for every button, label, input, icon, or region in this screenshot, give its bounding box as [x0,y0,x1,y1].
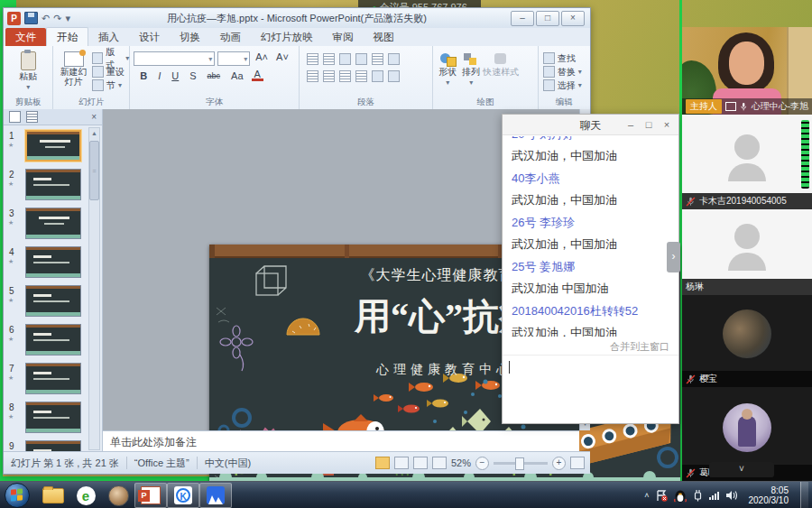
participant-tile-3[interactable]: 樱宝 [682,295,812,387]
slide-thumb-3[interactable]: 3★ [4,205,88,244]
qq-penguin-icon[interactable] [674,489,687,503]
shadow-button[interactable]: S [187,70,198,81]
bullets-icon[interactable] [307,53,318,65]
taskbar-clock[interactable]: 8:05 2020/3/10 [743,485,795,505]
participant-tile-1[interactable]: 卡木吉201940054005 [682,115,812,209]
numbering-icon[interactable] [323,53,335,65]
layout-button[interactable]: 版式▾ [92,51,129,65]
smartart-convert-icon[interactable] [388,70,400,82]
merge-to-main-window-link[interactable]: 合并到主窗口 [610,340,669,354]
tab-home[interactable]: 开始 [46,27,88,46]
chat-minimize-button[interactable]: – [623,118,639,131]
font-color-button[interactable]: A [252,69,263,81]
slide-thumb-1[interactable]: 1★ [4,127,88,166]
align-left-icon[interactable] [307,70,318,82]
participant-name: 杨琳 [686,281,704,293]
taskbar-meeting-app[interactable] [199,483,232,508]
taskbar-photo-app[interactable] [102,483,134,508]
decrease-indent-icon[interactable] [339,53,351,65]
align-center-icon[interactable] [323,70,335,82]
grow-font-button[interactable]: A˄ [253,51,271,66]
tab-animations[interactable]: 动画 [210,28,251,46]
show-desktop-button[interactable] [800,482,808,508]
shrink-font-button[interactable]: A˅ [273,51,291,66]
bold-button[interactable]: B [137,70,150,81]
tab-review[interactable]: 审阅 [323,28,364,46]
power-plug-icon[interactable] [693,489,703,502]
slide-thumb-5[interactable]: 5★ [4,282,88,321]
tab-insert[interactable]: 插入 [88,28,129,46]
minimize-button[interactable]: – [511,11,534,26]
align-right-icon[interactable] [339,70,351,82]
replace-button[interactable]: 替换▾ [543,65,590,79]
participant-tile-2[interactable]: 杨琳 [682,209,812,295]
increase-indent-icon[interactable] [355,53,367,65]
reset-button[interactable]: 重设 [92,65,129,79]
paste-button[interactable]: 粘贴 ▾ [4,51,52,91]
scrollbar-thumb[interactable]: = [89,141,99,200]
chat-input-area[interactable] [503,355,678,423]
notes-pane[interactable]: 单击此处添加备注 [103,430,579,452]
taskbar-powerpoint[interactable]: P [134,483,167,508]
host-video-tile[interactable]: 主持人 心理中心-李旭 [682,27,812,115]
zoom-slider[interactable] [494,462,548,465]
action-center-flag-icon[interactable] [656,490,668,502]
strikethrough-button[interactable]: abc [205,71,224,80]
taskbar-browser[interactable]: e [69,483,102,508]
slide-thumb-6[interactable]: 6★ [4,321,88,360]
slides-tab-icon[interactable] [9,111,21,123]
reading-view-icon[interactable] [413,457,428,469]
scroll-up-icon[interactable]: ▲ [89,128,99,139]
change-case-button[interactable]: Aa [228,70,245,81]
tab-transitions[interactable]: 切换 [170,28,210,46]
slide-thumb-9[interactable]: 9★ [4,438,88,452]
taskbar-explorer[interactable] [37,483,69,508]
network-signal-icon[interactable] [709,492,719,500]
tab-design[interactable]: 设计 [129,28,170,46]
tab-view[interactable]: 视图 [364,28,404,46]
slide-thumb-4[interactable]: 4★ [4,244,88,282]
italic-button[interactable]: I [155,70,163,81]
ppt-title-bar[interactable]: P ↶ ↷ ▾ 用心抗疫—李旭.pptx - Microsoft PowerPo… [4,8,590,29]
font-size-combo[interactable]: ▾ [217,51,250,66]
font-name-combo[interactable]: ▾ [134,51,215,66]
text-direction-icon[interactable] [388,53,400,65]
zoom-out-button[interactable]: − [475,457,489,470]
underline-button[interactable]: U [169,70,181,81]
columns-icon[interactable] [372,70,383,82]
animation-star-icon: ★ [8,258,14,265]
fit-to-window-icon[interactable] [570,457,585,469]
outline-tab-icon[interactable] [26,111,38,123]
thumbnail-scrollbar[interactable]: ▲ = [88,127,100,450]
speaker-icon[interactable] [725,490,737,501]
chat-title-bar[interactable]: 聊天 – □ × [503,115,678,135]
zoom-level[interactable]: 52% [451,457,471,468]
tab-file[interactable]: 文件 [5,28,46,46]
panel-expand-handle[interactable]: › [667,242,680,272]
line-spacing-icon[interactable] [372,53,383,65]
close-button[interactable]: × [561,11,585,26]
tab-slideshow[interactable]: 幻灯片放映 [251,28,323,46]
start-button[interactable] [5,483,30,508]
tray-expand-icon[interactable]: ˄ [644,491,649,500]
justify-icon[interactable] [355,70,367,82]
section-button[interactable]: 节▾ [92,79,129,92]
taskbar-k-app[interactable]: K [167,483,199,508]
chat-close-button[interactable]: × [659,118,675,131]
select-button[interactable]: 选择▾ [543,79,590,92]
slideshow-view-icon[interactable] [432,457,447,469]
slide-thumb-2[interactable]: 2★ [4,166,88,205]
slide-thumb-8[interactable]: 8★ [4,399,88,438]
panel-close-icon[interactable]: × [91,112,97,122]
collapse-panel-button[interactable]: ˅ [709,462,774,477]
chat-maximize-button[interactable]: □ [641,118,657,131]
slide-sorter-icon[interactable] [394,457,409,469]
chat-message-list[interactable]: 20号 刘丹婷 武汉加油，中国加油 40李小燕 武汉加油，中国加油 26号 李珍… [512,136,671,337]
zoom-in-button[interactable]: + [552,457,566,470]
find-button[interactable]: 查找 [543,51,590,65]
language-indicator[interactable]: 中文(中国) [205,457,251,470]
maximize-button[interactable]: □ [536,11,559,26]
normal-view-icon[interactable] [375,457,390,469]
slide-thumb-7[interactable]: 7★ [4,360,88,399]
zoom-slider-handle[interactable] [515,457,524,470]
